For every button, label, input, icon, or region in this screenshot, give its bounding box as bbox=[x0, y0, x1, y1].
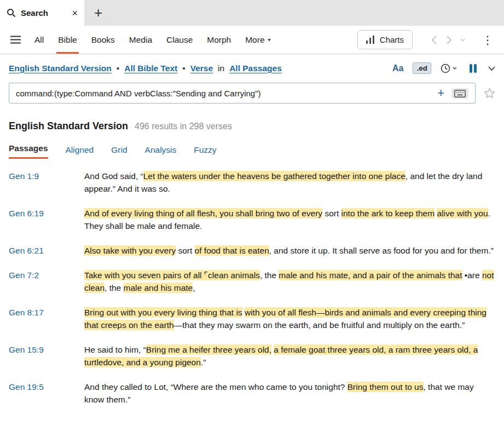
highlighted-match: of food that is eaten bbox=[195, 245, 269, 256]
breadcrumb-separator: • bbox=[117, 64, 119, 73]
results-panel: English Standard Version 496 results in … bbox=[0, 111, 504, 412]
result-row: Gen 8:17Bring out with you every living … bbox=[0, 300, 504, 337]
highlighted-match: Bring out with you every living thing th… bbox=[84, 307, 242, 318]
results-summary: 496 results in 298 verses bbox=[135, 122, 232, 131]
match-form-toggle[interactable]: .ed bbox=[413, 62, 431, 74]
app-window: Search × + AllBibleBooksMediaClauseMorph… bbox=[0, 0, 504, 412]
text-display-button[interactable]: Aa bbox=[392, 64, 403, 73]
charts-button[interactable]: Charts bbox=[357, 30, 413, 49]
result-row: Gen 15:9He said to him, “Bring me a heif… bbox=[0, 337, 504, 375]
result-row: Gen 6:19And of every living thing of all… bbox=[0, 201, 504, 238]
verse-text: Take with you seven pairs of all ⌜clean … bbox=[84, 269, 494, 294]
breadcrumb-in-label: in bbox=[218, 64, 224, 73]
result-tab-fuzzy[interactable]: Fuzzy bbox=[194, 145, 216, 159]
results-list: Gen 1:9And God said, “Let the waters und… bbox=[0, 159, 504, 412]
highlighted-match: Bring me a heifer three years old, bbox=[146, 344, 271, 355]
search-tab[interactable]: Search × bbox=[0, 0, 84, 26]
search-toolbar: AllBibleBooksMediaClauseMorphMore▾ Chart… bbox=[0, 26, 504, 54]
scope-bar: English Standard Version • All Bible Tex… bbox=[0, 54, 504, 80]
clock-icon bbox=[441, 64, 450, 73]
verse-text: Bring out with you every living thing th… bbox=[84, 306, 494, 331]
highlighted-match: And of every living thing of all flesh, … bbox=[84, 208, 322, 218]
window-tab-bar: Search × + bbox=[0, 0, 504, 26]
keyboard-icon bbox=[454, 90, 466, 97]
results-title: English Standard Version bbox=[9, 120, 128, 132]
toolbar-tab-more[interactable]: More▾ bbox=[238, 26, 277, 54]
keyboard-button[interactable] bbox=[451, 88, 468, 99]
verse-text: And God said, “Let the waters under the … bbox=[84, 170, 494, 195]
toolbar-tab-clause[interactable]: Clause bbox=[159, 26, 200, 54]
search-box[interactable]: + bbox=[9, 83, 476, 103]
highlighted-match: into the ark to keep them bbox=[341, 208, 435, 218]
highlighted-match: male and his mate bbox=[124, 283, 193, 293]
new-tab-button[interactable]: + bbox=[84, 0, 112, 26]
menu-button[interactable] bbox=[3, 26, 27, 54]
back-button[interactable] bbox=[428, 35, 441, 45]
chevron-down-icon: ▾ bbox=[268, 37, 271, 43]
verse-ref-link[interactable]: Gen 8:17 bbox=[9, 306, 84, 319]
verse-ref-link[interactable]: Gen 6:21 bbox=[9, 244, 84, 257]
verse-ref-link[interactable]: Gen 15:9 bbox=[9, 343, 84, 356]
breadcrumb-separator: • bbox=[182, 64, 185, 73]
verse-text: And of every living thing of all flesh, … bbox=[84, 207, 494, 232]
hamburger-icon bbox=[10, 36, 21, 44]
verse-text: He said to him, “Bring me a heifer three… bbox=[84, 343, 494, 369]
breadcrumb-resource[interactable]: English Standard Version bbox=[9, 64, 112, 73]
toolbar-tab-morph[interactable]: Morph bbox=[200, 26, 238, 54]
verse-ref-link[interactable]: Gen 19:5 bbox=[9, 381, 84, 393]
result-row: Gen 1:9And God said, “Let the waters und… bbox=[0, 164, 504, 201]
result-row: Gen 6:21Also take with you every sort of… bbox=[0, 238, 504, 263]
close-tab-icon[interactable]: × bbox=[71, 8, 79, 18]
toolbar-tab-books[interactable]: Books bbox=[84, 26, 122, 54]
highlighted-match: alive with you bbox=[437, 208, 488, 218]
breadcrumb-unit[interactable]: Verse bbox=[190, 64, 213, 73]
charts-icon bbox=[366, 36, 375, 44]
forward-button[interactable] bbox=[443, 35, 455, 45]
verse-text: Also take with you every sort of food th… bbox=[84, 244, 494, 257]
breadcrumb-scope[interactable]: All Passages bbox=[229, 64, 282, 73]
result-tab-grid[interactable]: Grid bbox=[111, 145, 127, 159]
search-input[interactable] bbox=[16, 89, 430, 98]
history-button[interactable] bbox=[441, 64, 457, 73]
highlighted-match: Take with you seven pairs of all ⌜clean … bbox=[84, 270, 260, 280]
verse-text: And they called to Lot, “Where are the m… bbox=[84, 381, 494, 406]
toolbar-tab-media[interactable]: Media bbox=[122, 26, 159, 54]
collapse-chevron-icon[interactable] bbox=[488, 66, 495, 71]
favorite-star-icon[interactable] bbox=[484, 88, 495, 99]
search-icon bbox=[7, 8, 16, 18]
highlighted-match: Bring them out to us bbox=[347, 382, 424, 392]
search-row: + bbox=[0, 80, 504, 111]
toolbar-tab-bible[interactable]: Bible bbox=[51, 26, 84, 54]
highlighted-match: male and his mate, and a pair of the ani… bbox=[279, 270, 462, 280]
result-row: Gen 7:2Take with you seven pairs of all … bbox=[0, 263, 504, 300]
more-options-icon[interactable]: ⋮ bbox=[476, 26, 500, 54]
history-nav bbox=[428, 26, 468, 54]
result-view-tabs: PassagesAlignedGridAnalysisFuzzy bbox=[0, 132, 504, 159]
history-dropdown-icon[interactable] bbox=[457, 38, 468, 42]
breadcrumb-text-range[interactable]: All Bible Text bbox=[124, 64, 177, 73]
panes-button[interactable] bbox=[470, 64, 477, 73]
toolbar-tab-all[interactable]: All bbox=[27, 26, 51, 54]
results-header: English Standard Version 496 results in … bbox=[0, 111, 504, 132]
result-row: Gen 19:5And they called to Lot, “Where a… bbox=[0, 375, 504, 412]
result-tab-analysis[interactable]: Analysis bbox=[145, 145, 177, 159]
verse-ref-link[interactable]: Gen 1:9 bbox=[9, 170, 84, 182]
toolbar-nav: AllBibleBooksMediaClauseMorphMore▾ bbox=[27, 26, 278, 54]
highlighted-match: Let the waters under the heavens be gath… bbox=[143, 171, 405, 181]
view-options: Aa .ed bbox=[392, 62, 495, 74]
highlighted-match: Also take with you every bbox=[84, 245, 176, 256]
verse-ref-link[interactable]: Gen 6:19 bbox=[9, 207, 84, 220]
chevron-down-icon bbox=[453, 67, 457, 70]
result-tab-aligned[interactable]: Aligned bbox=[66, 145, 94, 159]
charts-label: Charts bbox=[380, 35, 404, 44]
tab-title: Search bbox=[21, 8, 66, 18]
verse-ref-link[interactable]: Gen 7:2 bbox=[9, 269, 84, 281]
result-tab-passages[interactable]: Passages bbox=[9, 143, 48, 159]
add-term-button[interactable]: + bbox=[437, 87, 444, 99]
